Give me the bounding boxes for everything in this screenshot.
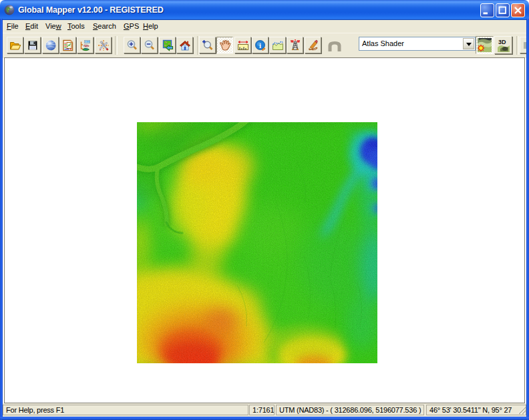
svg-text:3D: 3D	[498, 39, 506, 45]
svg-text:i: i	[259, 41, 261, 49]
